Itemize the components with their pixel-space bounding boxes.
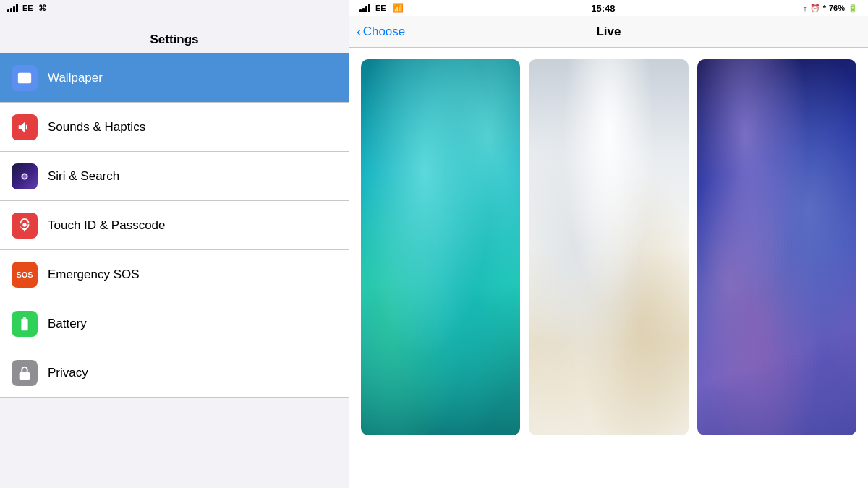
svg-point-1 (22, 174, 27, 179)
back-button[interactable]: ‹ Choose (357, 23, 405, 40)
settings-item-wallpaper[interactable]: Wallpaper (0, 53, 349, 103)
sos-label: Emergency SOS (48, 267, 140, 282)
privacy-svg (17, 365, 33, 381)
settings-item-sos[interactable]: SOS Emergency SOS (0, 250, 349, 299)
status-bar: EE 📶 15:48 ↑ ⏰ * 76% 🔋 (349, 0, 868, 16)
battery-icon (12, 311, 38, 337)
privacy-icon (12, 360, 38, 386)
settings-list: Wallpaper Sounds & Haptics Siri & Search (0, 53, 349, 488)
location-icon: ↑ (803, 4, 807, 12)
siri-icon (12, 163, 38, 189)
status-right: ↑ ⏰ * 76% 🔋 (803, 4, 858, 13)
left-status-bar: EE ⌘ (0, 0, 349, 16)
wallpaper-picker-panel: EE 📶 15:48 ↑ ⏰ * 76% 🔋 ‹ Choose Live (349, 0, 868, 488)
privacy-label: Privacy (48, 366, 88, 380)
sos-text: SOS (16, 270, 33, 279)
right-carrier: EE (375, 4, 386, 12)
nav-bar: ‹ Choose Live (349, 16, 868, 48)
siri-label: Siri & Search (48, 169, 119, 184)
settings-item-battery[interactable]: Battery (0, 299, 349, 348)
sounds-svg (17, 119, 33, 135)
battery-bar-icon: 🔋 (848, 4, 858, 13)
wallpaper-grid (349, 48, 868, 488)
status-time: 15:48 (591, 3, 615, 14)
touchid-icon (12, 213, 38, 239)
wallpaper-icon (12, 65, 38, 91)
settings-item-touchid[interactable]: Touch ID & Passcode (0, 201, 349, 250)
bluetooth-icon: * (823, 4, 826, 12)
wallpaper-blue-purple-smoke[interactable] (697, 59, 856, 435)
siri-svg (17, 168, 33, 184)
back-chevron-icon: ‹ (357, 23, 362, 40)
carrier-label: EE (22, 4, 33, 12)
settings-header: Settings (0, 16, 349, 53)
status-left: EE 📶 (359, 3, 404, 13)
signal-strength-icon (7, 4, 18, 12)
touchid-svg (17, 218, 33, 234)
settings-panel: EE ⌘ Settings Wallpaper Sounds & Ha (0, 0, 349, 488)
battery-label: Battery (48, 317, 87, 331)
sounds-label: Sounds & Haptics (48, 120, 145, 134)
wifi-icon: ⌘ (38, 4, 46, 13)
wallpaper-svg (17, 70, 33, 86)
touchid-label: Touch ID & Passcode (48, 218, 166, 233)
settings-item-siri[interactable]: Siri & Search (0, 152, 349, 201)
sos-icon: SOS (12, 262, 38, 288)
wallpaper-teal-smoke[interactable] (361, 59, 520, 435)
battery-svg (17, 316, 33, 332)
alarm-icon: ⏰ (810, 4, 820, 13)
page-title: Live (596, 25, 621, 39)
right-wifi-icon: 📶 (393, 3, 404, 13)
settings-item-privacy[interactable]: Privacy (0, 348, 349, 398)
right-signal-icon (359, 4, 370, 12)
battery-pct: 76% (829, 4, 845, 12)
sounds-icon (12, 114, 38, 140)
wallpaper-white-smoke[interactable] (529, 59, 688, 435)
settings-title: Settings (150, 33, 198, 47)
settings-item-sounds[interactable]: Sounds & Haptics (0, 103, 349, 152)
back-label: Choose (363, 25, 406, 39)
wallpaper-label: Wallpaper (48, 71, 103, 85)
